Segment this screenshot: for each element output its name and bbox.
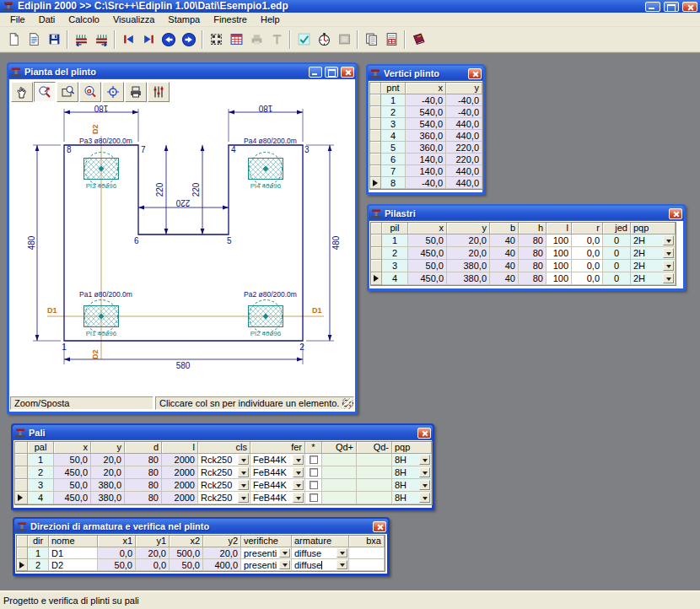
table-cell[interactable]: 50,0 — [54, 479, 91, 492]
table-cell[interactable]: Rck250 — [198, 466, 250, 479]
dropdown-button[interactable] — [238, 493, 249, 503]
table-cell[interactable]: 50,0 — [54, 454, 91, 466]
table-cell[interactable]: FeB44K — [250, 466, 305, 479]
table-cell[interactable]: 3 — [28, 479, 54, 492]
close-button[interactable] — [682, 2, 697, 12]
table-cell[interactable]: Rck250 — [198, 454, 250, 466]
save-file-button[interactable] — [44, 30, 64, 50]
table-cell[interactable]: 20,0 — [91, 466, 125, 479]
table-cell[interactable]: 3 — [381, 118, 406, 130]
table-cell[interactable]: 50,0 — [408, 260, 447, 272]
table-cell[interactable]: 3 — [382, 260, 408, 272]
dropdown-button[interactable] — [419, 455, 430, 465]
table-cell[interactable]: 80 — [125, 454, 162, 466]
table-cell[interactable]: D1 — [49, 547, 98, 559]
table-cell[interactable]: 0 — [603, 260, 631, 272]
pan-hand-button[interactable] — [11, 82, 33, 102]
table-cell[interactable]: 0,0 — [572, 247, 603, 260]
table-cell[interactable]: 100 — [547, 247, 572, 260]
table-cell[interactable] — [349, 559, 385, 571]
menu-stampa[interactable]: Stampa — [161, 13, 207, 25]
pianta-close-button[interactable] — [341, 67, 354, 78]
table-cell[interactable]: 500,0 — [170, 547, 203, 559]
table-cell[interactable]: 80 — [125, 466, 162, 479]
table-cell[interactable]: 2000 — [162, 466, 198, 479]
table-cell[interactable]: 2H — [631, 234, 676, 247]
print-drawing-button[interactable] — [125, 82, 147, 102]
table-cell[interactable]: 2H — [631, 272, 676, 285]
table-cell[interactable]: 2 — [28, 559, 49, 571]
new-file-button[interactable] — [3, 30, 24, 50]
table-cell[interactable]: 50,0 — [170, 559, 203, 571]
table-cell[interactable]: 450,0 — [408, 272, 447, 285]
compute-check-button[interactable] — [293, 30, 314, 50]
vertici-titlebar[interactable]: Vertici plinto — [368, 66, 483, 81]
table-cell[interactable]: 80 — [519, 260, 547, 272]
table-cell[interactable]: 380,0 — [447, 272, 490, 285]
dropdown-button[interactable] — [419, 467, 430, 477]
table-cell[interactable] — [357, 479, 392, 492]
compute-run-button[interactable] — [314, 30, 334, 50]
print-button[interactable] — [246, 30, 267, 50]
plinth-plan-button[interactable] — [206, 30, 226, 50]
table-next-button[interactable] — [91, 30, 111, 50]
pali-close-button[interactable] — [417, 428, 431, 439]
table-cell[interactable]: 4 — [382, 272, 408, 285]
dropdown-button[interactable] — [663, 273, 674, 283]
table-cell[interactable]: 0 — [603, 272, 631, 285]
table-cell[interactable]: 1 — [382, 234, 408, 247]
table-prev-button[interactable] — [71, 30, 91, 50]
dropdown-button[interactable] — [293, 455, 304, 465]
table-cell[interactable]: 220,0 — [446, 142, 482, 154]
table-cell[interactable]: 20,0 — [447, 234, 490, 247]
menu-visualizza[interactable]: Visualizza — [106, 13, 161, 25]
table-cell[interactable] — [305, 492, 322, 504]
table-cell[interactable]: 2H — [631, 247, 676, 260]
table-cell[interactable]: 80 — [519, 234, 547, 247]
open-file-button[interactable] — [24, 30, 44, 50]
copy-pages-button[interactable] — [361, 30, 381, 50]
table-cell[interactable]: Rck250 — [198, 492, 250, 504]
table-cell[interactable]: 360,0 — [406, 130, 446, 142]
table-cell[interactable]: 4 — [381, 130, 406, 142]
dropdown-button[interactable] — [293, 493, 304, 503]
zoom-all-button[interactable] — [79, 82, 101, 102]
dropdown-button[interactable] — [337, 548, 347, 558]
table-cell[interactable]: 100 — [547, 272, 572, 285]
dropdown-button[interactable] — [337, 560, 347, 569]
table-cell[interactable] — [305, 479, 322, 492]
table-cell[interactable]: -40,0 — [406, 177, 446, 189]
table-cell[interactable]: D2 — [49, 559, 98, 571]
checkbox[interactable] — [310, 455, 318, 464]
last-record-button[interactable] — [138, 30, 159, 50]
table-cell[interactable]: 2000 — [162, 454, 198, 466]
table-cell[interactable] — [349, 547, 385, 559]
dropdown-button[interactable] — [293, 480, 304, 490]
zoom-drag-button[interactable] — [34, 82, 56, 102]
pianta-titlebar[interactable]: Pianta del plinto — [8, 64, 356, 79]
table-cell[interactable]: -40,0 — [446, 106, 482, 118]
zoom-window-button[interactable] — [57, 82, 78, 102]
table-cell[interactable]: 0,0 — [136, 559, 170, 571]
table-cell[interactable]: 80 — [125, 479, 162, 492]
table-cell[interactable]: diffuse — [292, 547, 349, 559]
dropdown-button[interactable] — [238, 480, 249, 490]
table-cell[interactable] — [322, 479, 357, 492]
table-cell[interactable]: 100 — [547, 260, 572, 272]
table-cell[interactable]: -40,0 — [406, 94, 446, 106]
menu-finestre[interactable]: Finestre — [207, 13, 254, 25]
dropdown-button[interactable] — [238, 467, 249, 477]
table-cell[interactable]: 50,0 — [408, 234, 447, 247]
report-pages-button[interactable] — [381, 30, 401, 50]
table-cell[interactable] — [357, 466, 392, 479]
table-cell[interactable] — [322, 454, 357, 466]
pile-symbols[interactable] — [84, 153, 283, 333]
table-cell[interactable] — [357, 454, 392, 466]
table-cell[interactable] — [322, 466, 357, 479]
table-cell[interactable]: 20,0 — [136, 547, 170, 559]
table-cell[interactable]: 1 — [28, 454, 54, 466]
data-tables-button[interactable] — [226, 30, 246, 50]
minimize-button[interactable] — [645, 2, 660, 12]
table-cell[interactable] — [322, 492, 357, 504]
table-cell[interactable]: 540,0 — [406, 106, 446, 118]
